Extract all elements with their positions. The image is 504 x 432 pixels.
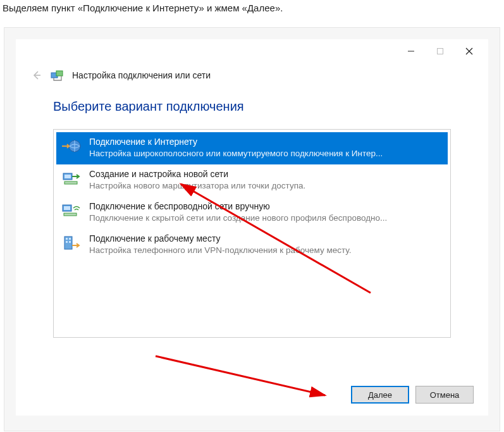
wizard-header: Настройка подключения или сети [16,63,488,84]
maximize-button[interactable] [426,42,455,61]
svg-rect-14 [65,237,72,249]
svg-rect-1 [438,49,443,54]
svg-rect-12 [64,206,70,210]
workplace-icon [60,233,83,253]
option-desc: Настройка нового маршрутизатора или точк… [89,180,444,192]
option-wireless-manual[interactable]: Подключение к беспроводной сети вручную … [56,197,448,229]
option-desc: Подключение к скрытой сети или создание … [89,213,444,224]
svg-rect-9 [65,175,71,178]
svg-rect-10 [65,182,77,184]
svg-line-20 [156,356,325,395]
option-internet-connection[interactable]: Подключение к Интернету Настройка широко… [56,132,448,164]
back-arrow-icon[interactable] [30,69,43,82]
page-heading: Выберите вариант подключения [53,99,451,114]
svg-rect-15 [66,238,68,240]
wizard-content: Выберите вариант подключения Подключение… [16,84,488,344]
globe-icon [60,136,83,156]
minimize-button[interactable] [396,42,426,61]
svg-rect-6 [56,71,63,76]
svg-rect-13 [64,213,77,216]
svg-rect-18 [69,241,71,243]
option-desc: Настройка широкополосного или коммутируе… [89,148,444,159]
option-title: Подключение к беспроводной сети вручную [89,201,444,213]
svg-rect-17 [66,241,68,243]
option-title: Подключение к рабочему месту [89,233,444,245]
option-workplace[interactable]: Подключение к рабочему месту Настройка т… [56,229,448,261]
router-setup-icon [60,168,83,188]
wireless-manual-icon [60,201,83,221]
next-button[interactable]: Далее [351,386,409,404]
connection-options-list: Подключение к Интернету Настройка широко… [53,129,451,338]
cancel-button[interactable]: Отмена [415,386,474,404]
wizard-footer: Далее Отмена [351,386,474,404]
wizard-window: Настройка подключения или сети Выберите … [16,39,488,416]
wizard-title: Настройка подключения или сети [72,70,211,80]
screenshot-frame: Настройка подключения или сети Выберите … [4,27,500,431]
instruction-caption: Выделяем пункт «Подключение к Интернету»… [0,0,504,18]
titlebar [16,40,488,63]
svg-rect-16 [69,238,71,240]
option-title: Подключение к Интернету [89,136,444,148]
option-title: Создание и настройка новой сети [89,168,444,180]
network-wizard-icon [51,69,65,82]
option-new-network[interactable]: Создание и настройка новой сети Настройк… [56,164,448,197]
close-button[interactable] [455,42,484,61]
option-desc: Настройка телефонного или VPN-подключени… [89,245,444,256]
